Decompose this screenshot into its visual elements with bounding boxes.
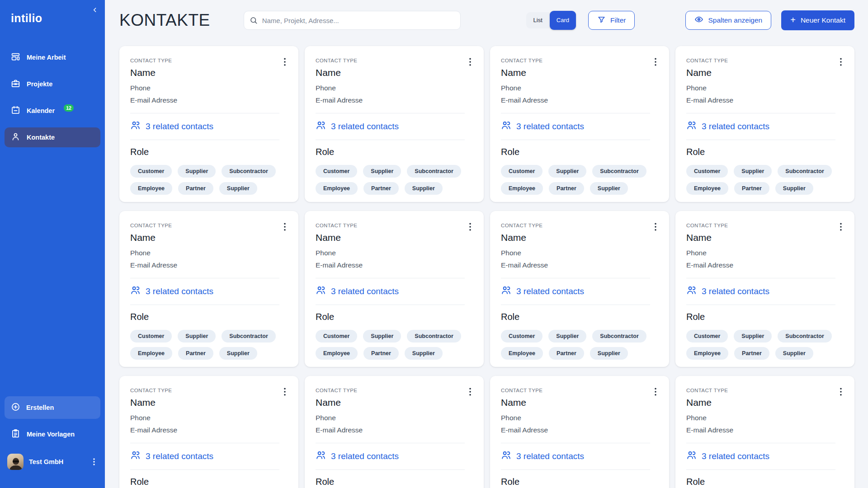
role-tag: Subcontractor — [778, 330, 831, 343]
filter-button[interactable]: Filter — [588, 11, 635, 30]
role-tags: Customer Supplier Subcontractor Employee… — [686, 165, 844, 195]
card-menu-button[interactable] — [650, 56, 661, 68]
contact-type-label: CONTACT TYPE — [501, 388, 542, 393]
role-tag: Customer — [316, 330, 357, 343]
card-head: CONTACT TYPE — [501, 58, 658, 67]
card-menu-button[interactable] — [279, 386, 290, 398]
divider — [316, 443, 465, 443]
card-menu-button[interactable] — [650, 386, 661, 398]
users-icon — [686, 450, 697, 463]
calendar-icon — [11, 105, 20, 116]
card-menu-button[interactable] — [835, 56, 846, 68]
sidebar-item-kontakte[interactable]: Kontakte — [5, 127, 100, 147]
related-contacts-link[interactable]: 3 related contacts — [501, 285, 658, 298]
related-contacts-link[interactable]: 3 related contacts — [686, 285, 844, 298]
related-contacts-link[interactable]: 3 related contacts — [316, 120, 473, 133]
kebab-icon — [652, 387, 659, 396]
contact-phone: Phone — [501, 82, 658, 94]
related-contacts-link[interactable]: 3 related contacts — [130, 450, 288, 463]
create-button[interactable]: Erstellen — [5, 396, 100, 419]
card-menu-button[interactable] — [279, 56, 290, 68]
contact-name: Name — [130, 232, 288, 243]
role-tag: Partner — [549, 347, 584, 360]
related-contacts-link[interactable]: 3 related contacts — [501, 120, 658, 133]
role-tag: Supplier — [178, 165, 216, 178]
contact-card: CONTACT TYPE Name Phone E-mail Adresse 3… — [305, 376, 484, 488]
card-menu-button[interactable] — [650, 221, 661, 233]
role-tag: Supplier — [548, 165, 586, 178]
card-menu-button[interactable] — [279, 221, 290, 233]
sidebar: intilio Meine Arbeit Projekte Kalender 1… — [0, 0, 105, 488]
kebab-icon — [838, 387, 844, 396]
sidebar-collapse-button[interactable] — [90, 5, 100, 16]
kebab-icon — [282, 57, 288, 66]
sidebar-item-kalender[interactable]: Kalender 12 — [5, 101, 100, 121]
contact-name: Name — [686, 232, 844, 243]
plus-icon: + — [790, 15, 796, 24]
role-tag: Supplier — [775, 182, 813, 195]
contact-email: E-mail Adresse — [501, 259, 658, 272]
card-menu-button[interactable] — [835, 386, 846, 398]
contact-email: E-mail Adresse — [316, 424, 473, 436]
sidebar-item-meine-arbeit[interactable]: Meine Arbeit — [5, 47, 100, 67]
contact-email: E-mail Adresse — [130, 424, 288, 436]
funnel-icon — [597, 15, 606, 26]
users-icon — [686, 285, 697, 298]
divider — [501, 140, 650, 140]
divider — [130, 443, 279, 443]
account-menu-button[interactable] — [90, 458, 98, 466]
card-menu-button[interactable] — [835, 221, 846, 233]
chevron-left-icon — [91, 6, 99, 15]
role-tags: Customer Supplier Subcontractor Employee… — [501, 165, 658, 195]
sidebar-nav: Meine Arbeit Projekte Kalender 12 Kontak… — [0, 47, 105, 154]
contact-name: Name — [316, 397, 473, 408]
related-contacts-label: 3 related contacts — [516, 286, 584, 296]
divider — [316, 305, 465, 305]
contact-name: Name — [316, 67, 473, 78]
contact-type-label: CONTACT TYPE — [501, 58, 542, 63]
contact-type-label: CONTACT TYPE — [686, 223, 728, 228]
users-icon — [686, 120, 697, 133]
related-contacts-label: 3 related contacts — [331, 286, 399, 296]
contact-card: CONTACT TYPE Name Phone E-mail Adresse 3… — [490, 376, 669, 488]
card-menu-button[interactable] — [465, 386, 476, 398]
related-contacts-link[interactable]: 3 related contacts — [316, 285, 473, 298]
contacts-grid: CONTACT TYPE Name Phone E-mail Adresse 3… — [119, 46, 854, 488]
role-heading: Role — [130, 477, 288, 487]
related-contacts-link[interactable]: 3 related contacts — [501, 450, 658, 463]
create-button-label: Erstellen — [26, 404, 54, 411]
account-row[interactable]: Test GmbH — [5, 451, 100, 473]
role-tag: Partner — [734, 347, 769, 360]
related-contacts-link[interactable]: 3 related contacts — [686, 120, 844, 133]
contact-type-label: CONTACT TYPE — [316, 388, 357, 393]
card-menu-button[interactable] — [465, 56, 476, 68]
contact-phone: Phone — [501, 247, 658, 259]
role-tag: Supplier — [548, 330, 586, 343]
role-tag: Employee — [686, 347, 728, 360]
show-columns-button[interactable]: Spalten anzeigen — [685, 11, 771, 30]
contact-card: CONTACT TYPE Name Phone E-mail Adresse 3… — [119, 46, 298, 202]
view-toggle-card[interactable]: Card — [550, 11, 576, 30]
new-contact-button[interactable]: + Neuer Kontakt — [781, 10, 854, 30]
related-contacts-link[interactable]: 3 related contacts — [130, 120, 288, 133]
related-contacts-link[interactable]: 3 related contacts — [686, 450, 844, 463]
role-tag: Supplier — [590, 347, 628, 360]
card-head: CONTACT TYPE — [316, 388, 473, 397]
card-menu-button[interactable] — [465, 221, 476, 233]
role-tag: Customer — [686, 330, 728, 343]
search-input[interactable] — [244, 11, 461, 30]
role-tag: Supplier — [775, 347, 813, 360]
contact-name: Name — [686, 397, 844, 408]
contact-card: CONTACT TYPE Name Phone E-mail Adresse 3… — [675, 376, 854, 488]
show-columns-label: Spalten anzeigen — [708, 16, 762, 24]
related-contacts-link[interactable]: 3 related contacts — [130, 285, 288, 298]
users-icon — [130, 285, 141, 298]
role-tag: Supplier — [405, 182, 443, 195]
view-toggle-list[interactable]: List — [526, 12, 550, 28]
contact-card: CONTACT TYPE Name Phone E-mail Adresse 3… — [490, 211, 669, 367]
contact-email: E-mail Adresse — [501, 424, 658, 436]
related-contacts-link[interactable]: 3 related contacts — [316, 450, 473, 463]
divider — [686, 278, 835, 278]
sidebar-item-projekte[interactable]: Projekte — [5, 74, 100, 94]
sidebar-item-meine-vorlagen[interactable]: Meine Vorlagen — [5, 424, 100, 444]
